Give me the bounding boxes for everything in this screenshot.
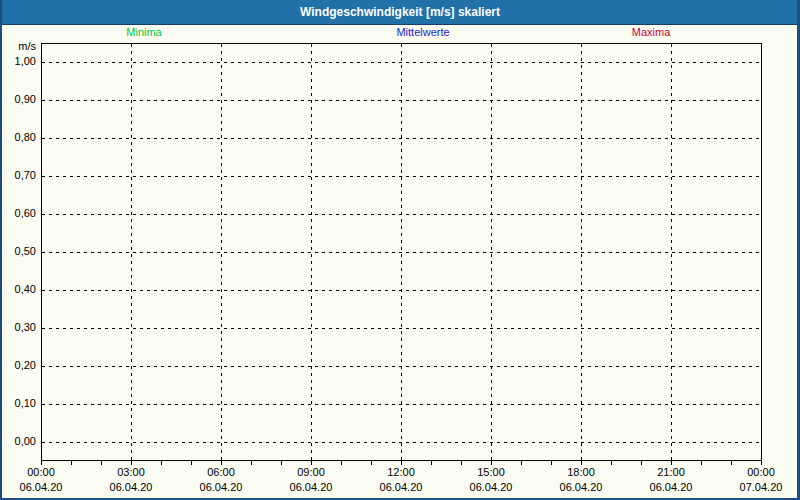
x-axis-date-label: 06.04.20: [361, 481, 441, 494]
plot-area: [41, 43, 762, 461]
x-axis-date-label: 06.04.20: [1, 481, 81, 494]
x-axis-time-label: 06:00: [186, 466, 256, 479]
x-axis-time-label: 00:00: [6, 466, 76, 479]
x-minor-tick: [341, 461, 342, 465]
x-minor-tick: [131, 461, 132, 465]
v-gridline: [671, 44, 672, 460]
x-minor-tick: [641, 461, 642, 465]
y-axis-label: 0,20: [0, 359, 36, 372]
y-axis-label: 0,80: [0, 131, 36, 144]
x-minor-tick: [401, 461, 402, 465]
y-axis-label: 0,00: [0, 435, 36, 448]
x-axis-date-label: 06.04.20: [541, 481, 621, 494]
y-axis-label: 0,30: [0, 321, 36, 334]
x-minor-tick: [221, 461, 222, 465]
v-gridline: [311, 44, 312, 460]
x-minor-tick: [701, 461, 702, 465]
title-bar: Windgeschwindigkeit [m/s] skaliert: [0, 0, 800, 25]
v-gridline: [131, 44, 132, 460]
chart-window: Windgeschwindigkeit [m/s] skaliert Minim…: [0, 0, 800, 500]
legend-item-mittelwerte: Mittelwerte: [396, 26, 449, 39]
x-axis-time-label: 12:00: [366, 466, 436, 479]
y-axis-label: 0,40: [0, 283, 36, 296]
legend-item-minima: Minima: [126, 26, 161, 39]
chart-title: Windgeschwindigkeit [m/s] skaliert: [0, 0, 800, 24]
x-axis-time-label: 15:00: [456, 466, 526, 479]
x-axis-time-label: 18:00: [546, 466, 616, 479]
x-axis-date-label: 06.04.20: [451, 481, 531, 494]
x-minor-tick: [311, 461, 312, 465]
y-axis-label: 0,70: [0, 169, 36, 182]
x-minor-tick: [731, 461, 732, 465]
x-axis-date-label: 06.04.20: [271, 481, 351, 494]
x-axis-time-label: 21:00: [636, 466, 706, 479]
x-minor-tick: [581, 461, 582, 465]
v-gridline: [221, 44, 222, 460]
x-axis-date-label: 06.04.20: [181, 481, 261, 494]
y-axis-label: 0,50: [0, 245, 36, 258]
y-axis-label: 0,60: [0, 207, 36, 220]
y-axis-unit-label: m/s: [0, 40, 36, 53]
x-axis-date-label: 06.04.20: [631, 481, 711, 494]
x-minor-tick: [41, 461, 42, 465]
x-minor-tick: [161, 461, 162, 465]
x-minor-tick: [521, 461, 522, 465]
y-axis-label: 0,10: [0, 397, 36, 410]
x-minor-tick: [491, 461, 492, 465]
y-axis-label: 0,90: [0, 93, 36, 106]
x-minor-tick: [101, 461, 102, 465]
x-minor-tick: [671, 461, 672, 465]
x-minor-tick: [431, 461, 432, 465]
x-minor-tick: [551, 461, 552, 465]
x-axis-time-label: 03:00: [96, 466, 166, 479]
x-minor-tick: [251, 461, 252, 465]
window-frame-left: [0, 0, 2, 500]
legend-item-maxima: Maxima: [632, 26, 671, 39]
x-minor-tick: [371, 461, 372, 465]
x-minor-tick: [71, 461, 72, 465]
x-minor-tick: [461, 461, 462, 465]
x-axis-time-label: 09:00: [276, 466, 346, 479]
x-axis-date-label: 07.04.20: [721, 481, 800, 494]
v-gridline: [401, 44, 402, 460]
v-gridline: [491, 44, 492, 460]
v-gridline: [581, 44, 582, 460]
x-minor-tick: [281, 461, 282, 465]
x-minor-tick: [761, 461, 762, 465]
x-axis-time-label: 00:00: [726, 466, 796, 479]
x-minor-tick: [191, 461, 192, 465]
x-minor-tick: [611, 461, 612, 465]
y-axis-label: 1,00: [0, 55, 36, 68]
x-axis-date-label: 06.04.20: [91, 481, 171, 494]
